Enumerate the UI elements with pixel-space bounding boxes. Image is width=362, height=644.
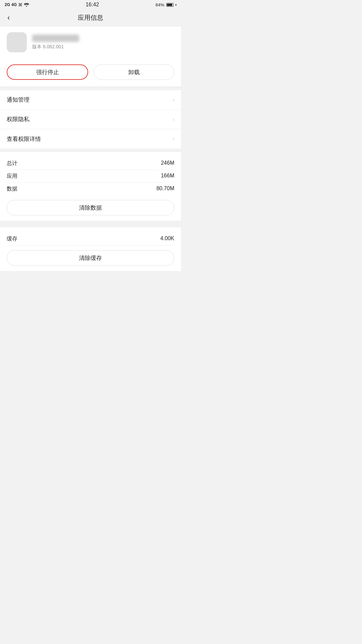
storage-data-value: 80.70M xyxy=(157,185,174,193)
storage-section: 总计 246M 应用 166M 数据 80.70M 清除数据 xyxy=(0,152,181,221)
page-title: 应用信息 xyxy=(78,13,103,22)
force-stop-button[interactable]: 强行停止 xyxy=(7,64,88,80)
storage-total-label: 总计 xyxy=(7,160,17,167)
storage-app-row: 应用 166M xyxy=(7,170,174,183)
section-divider-1 xyxy=(0,87,181,90)
cache-row: 缓存 4.00K xyxy=(7,233,174,246)
cache-value: 4.00K xyxy=(160,235,174,243)
app-header: 版本 6.062.001 xyxy=(0,26,181,59)
app-version: 版本 6.062.001 xyxy=(32,44,79,50)
status-bar: 2G 4G ⌘ 16:42 84% xyxy=(0,0,181,9)
list-section-permissions: 通知管理 › 权限隐私 › 查看权限详情 › xyxy=(0,90,181,149)
cache-section: 缓存 4.00K 清除缓存 xyxy=(0,227,181,271)
view-permission-detail-item[interactable]: 查看权限详情 › xyxy=(0,129,181,149)
top-nav: ‹ 应用信息 xyxy=(0,9,181,26)
back-button[interactable]: ‹ xyxy=(5,11,12,25)
storage-data-row: 数据 80.70M xyxy=(7,183,174,195)
status-right: 84% xyxy=(156,2,176,7)
app-icon xyxy=(7,32,27,52)
signal-4g: 4G xyxy=(11,2,17,7)
section-divider-3 xyxy=(0,221,181,224)
storage-data-label: 数据 xyxy=(7,185,17,193)
chevron-right-icon: › xyxy=(173,97,174,103)
status-time: 16:42 xyxy=(85,2,99,8)
chevron-right-icon-2: › xyxy=(173,117,174,122)
permission-privacy-label: 权限隐私 xyxy=(7,115,29,123)
notification-management-label: 通知管理 xyxy=(7,96,29,104)
status-left: 2G 4G ⌘ xyxy=(5,2,29,7)
chevron-right-icon-3: › xyxy=(173,136,174,142)
view-permission-detail-label: 查看权限详情 xyxy=(7,135,41,143)
storage-app-label: 应用 xyxy=(7,173,17,180)
uninstall-button[interactable]: 卸载 xyxy=(94,64,174,80)
app-name-blurred xyxy=(32,35,79,42)
cache-label: 缓存 xyxy=(7,235,17,243)
action-buttons-row: 强行停止 卸载 xyxy=(0,59,181,87)
signal-2g: 2G xyxy=(5,2,10,7)
battery-tip xyxy=(176,4,176,6)
wifi-icon: ⌘ xyxy=(18,2,22,7)
storage-total-row: 总计 246M xyxy=(7,157,174,170)
permission-privacy-item[interactable]: 权限隐私 › xyxy=(0,110,181,129)
clear-data-button[interactable]: 清除数据 xyxy=(7,200,174,215)
storage-app-value: 166M xyxy=(161,173,174,180)
storage-total-value: 246M xyxy=(161,160,174,167)
battery-icon xyxy=(166,3,174,7)
section-divider-2 xyxy=(0,149,181,152)
app-info: 版本 6.062.001 xyxy=(32,35,79,50)
wifi-signal-icon xyxy=(24,3,29,7)
svg-point-0 xyxy=(26,6,27,7)
notification-management-item[interactable]: 通知管理 › xyxy=(0,90,181,110)
clear-cache-button[interactable]: 清除缓存 xyxy=(7,250,174,266)
battery-percent: 84% xyxy=(156,2,164,7)
